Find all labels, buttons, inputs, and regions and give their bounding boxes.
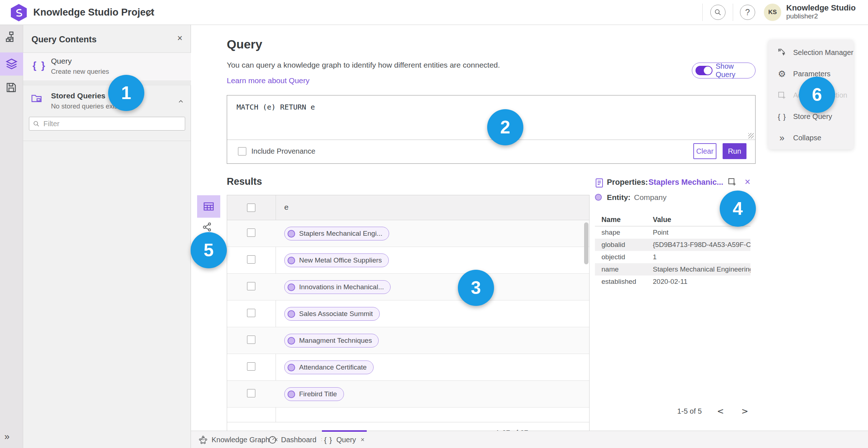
- question-mark-icon: ?: [745, 8, 750, 17]
- entity-chip[interactable]: Staplers Mechanical Engi...: [284, 227, 389, 240]
- row-checkbox[interactable]: [247, 336, 255, 344]
- add-to-selection-icon[interactable]: [727, 177, 737, 187]
- table-row: Sales Associate Summit: [227, 300, 589, 327]
- row-checkbox[interactable]: [247, 362, 255, 371]
- query-item-title: Query: [51, 57, 72, 65]
- properties-next-page-icon[interactable]: >: [739, 406, 750, 416]
- properties-prev-page-icon[interactable]: <: [715, 406, 726, 416]
- resize-grip-icon[interactable]: [748, 133, 754, 138]
- tab-query[interactable]: { }Query×: [322, 430, 367, 448]
- project-title: Knowledge Studio Project: [33, 7, 154, 18]
- table-view-toggle[interactable]: [197, 195, 220, 218]
- entity-label: Entity:: [607, 193, 630, 202]
- show-query-toggle[interactable]: Show Query: [692, 63, 756, 78]
- sidebar-item-query[interactable]: { } Query Create new queries: [23, 53, 191, 81]
- results-scrollbar-thumb[interactable]: [584, 222, 588, 264]
- entity-chip[interactable]: Innovations in Mechanical...: [284, 280, 391, 294]
- entity-chip-label: Innovations in Mechanical...: [299, 283, 384, 291]
- entity-dot-icon: [288, 257, 295, 264]
- run-button[interactable]: Run: [723, 143, 746, 159]
- save-icon[interactable]: [5, 81, 18, 94]
- results-table-header: e: [227, 195, 589, 220]
- prop-col-name: Name: [595, 216, 653, 224]
- query-contents-panel: Query Contents × { } Query Create new qu…: [23, 25, 191, 448]
- property-name: name: [595, 265, 653, 273]
- annotation-circle-4: 4: [720, 191, 756, 227]
- property-row: established2020-02-11: [595, 276, 750, 288]
- entity-chip[interactable]: Firebird Title: [284, 387, 344, 401]
- braces-icon: { }: [777, 113, 787, 120]
- annotation-circle-3: 3: [458, 270, 494, 306]
- include-provenance-checkbox[interactable]: [238, 147, 246, 155]
- table-row: New Metal Office Suppliers: [227, 247, 589, 274]
- select-all-checkbox[interactable]: [247, 204, 255, 212]
- tool-item-label: Selection Manager: [793, 48, 854, 57]
- property-row: globalid{5D9B4713-F98D-4A53-A59F-C11...: [595, 239, 750, 251]
- entity-chip[interactable]: Sales Associate Summit: [284, 307, 380, 321]
- edit-title-pencil-icon[interactable]: [145, 8, 156, 18]
- user-menu[interactable]: Knowledge Studio publisher2: [786, 3, 856, 20]
- properties-close-icon[interactable]: ×: [745, 176, 750, 188]
- data-model-icon[interactable]: [5, 31, 18, 44]
- entity-dot-icon: [288, 337, 295, 345]
- filter-field-wrap: [29, 117, 185, 131]
- tab-close-icon[interactable]: ×: [360, 436, 365, 444]
- tool-item-selection-manager[interactable]: Selection Manager: [768, 42, 854, 63]
- row-checkbox[interactable]: [247, 389, 255, 397]
- stored-queries-folder-icon: [30, 92, 43, 104]
- row-checkbox[interactable]: [247, 309, 255, 317]
- help-button[interactable]: ?: [740, 5, 755, 20]
- property-name: globalid: [595, 241, 653, 249]
- panel-title: Query Contents: [31, 34, 97, 44]
- entity-chip[interactable]: Attendance Certificate: [284, 360, 374, 374]
- property-row: shapePoint: [595, 226, 750, 239]
- sidebar-item-stored-queries[interactable]: Stored Queries No stored queries exist: [23, 86, 191, 117]
- properties-pagination: 1-5 of 5 < >: [595, 402, 758, 420]
- entity-chip-label: New Metal Office Suppliers: [299, 256, 382, 264]
- row-checkbox[interactable]: [247, 282, 255, 290]
- filter-input[interactable]: [43, 120, 181, 128]
- tool-item-label: Parameters: [793, 70, 830, 78]
- query-description: You can query a knowledge graph to ident…: [227, 61, 500, 69]
- query-item-subtitle: Create new queries: [51, 68, 109, 76]
- entity-chip[interactable]: Managment Techniques: [284, 334, 379, 347]
- search-button[interactable]: [710, 5, 726, 20]
- tab-label: Knowledge Graph: [212, 436, 269, 444]
- properties-entity-link[interactable]: Staplers Mechanic...: [648, 178, 723, 187]
- link-chart-view-toggle[interactable]: [202, 221, 213, 233]
- learn-more-link[interactable]: Learn more about Query: [227, 76, 310, 85]
- layers-tool-active[interactable]: [0, 52, 23, 76]
- properties-range: 1-5 of 5: [677, 407, 702, 415]
- properties-table: Name Value shapePointglobalid{5D9B4713-F…: [595, 213, 750, 288]
- page-title: Query: [227, 37, 262, 51]
- knowledge-studio-app: Knowledge Studio Project ? KS Knowledge …: [0, 0, 868, 448]
- column-header-e: e: [284, 203, 289, 212]
- annotation-circle-1: 1: [108, 75, 144, 111]
- entity-dot-icon: [288, 391, 295, 398]
- entity-chip-label: Firebird Title: [299, 390, 337, 398]
- user-role: publisher2: [786, 12, 856, 20]
- tab-dashboard[interactable]: Dashboard×: [266, 431, 327, 448]
- property-row: nameStaplers Mechanical Engineering: [595, 263, 750, 276]
- user-avatar[interactable]: KS: [764, 4, 781, 21]
- user-name: Knowledge Studio: [786, 3, 856, 12]
- property-value: Staplers Mechanical Engineering: [653, 265, 750, 273]
- panel-close-icon[interactable]: ×: [177, 33, 183, 43]
- chevron-up-icon[interactable]: [178, 99, 184, 104]
- property-name: objectid: [595, 253, 653, 261]
- results-table: e Staplers Mechanical Engi...New Metal O…: [227, 195, 590, 444]
- tool-item-collapse[interactable]: »Collapse: [768, 127, 854, 149]
- table-row: Managment Techniques: [227, 327, 589, 354]
- dashboard-icon: [268, 435, 277, 444]
- entity-chip-label: Managment Techniques: [299, 337, 372, 345]
- entity-chip[interactable]: New Metal Office Suppliers: [284, 253, 389, 267]
- add-to-selection-icon: [777, 91, 787, 100]
- gear-icon: ⚙: [777, 69, 787, 78]
- query-textarea[interactable]: MATCH (e) RETURN e: [237, 103, 315, 111]
- row-checkbox[interactable]: [247, 229, 255, 237]
- annotation-circle-2: 2: [487, 109, 523, 145]
- clear-button[interactable]: Clear: [693, 143, 716, 159]
- row-checkbox[interactable]: [247, 255, 255, 264]
- expand-rail-chevrons-icon[interactable]: »: [4, 431, 9, 442]
- stored-queries-title: Stored Queries: [51, 91, 106, 100]
